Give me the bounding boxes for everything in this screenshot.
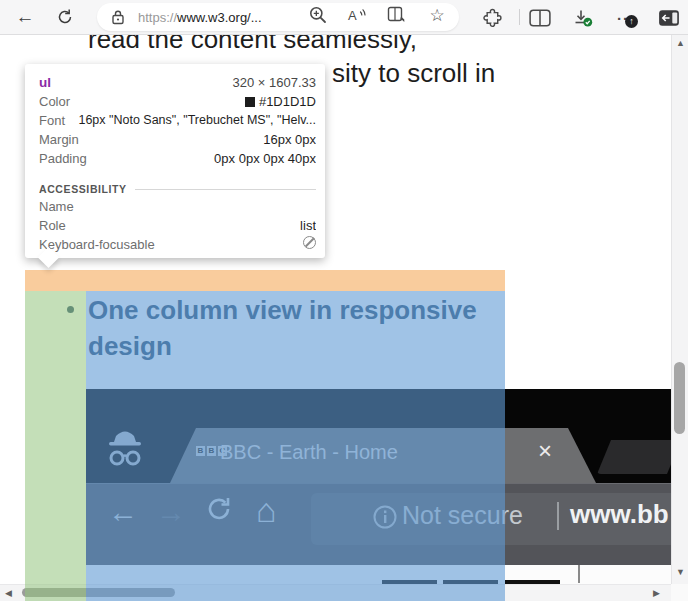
lock-icon [111,9,125,25]
mobile-home-icon: ⌂ [256,491,277,530]
browser-window: read the content seamlessly, sity to scr… [0,0,688,601]
font-label: Font [39,111,65,130]
incognito-icon [103,425,147,473]
not-secure-label: Not secure [402,501,523,530]
favorites-star-icon[interactable]: ☆ [427,5,447,25]
keyboard-focusable-label: Keyboard-focusable [39,235,155,254]
padding-label: Padding [39,149,87,168]
role-label: Role [39,216,66,235]
scroll-right-arrow[interactable]: ▶ [653,588,660,598]
toolbar-divider [519,9,520,25]
browser-toolbar: ← https://www.w3.org/... A [0,0,688,35]
color-value: #1D1D1D [78,92,316,111]
list-item-line-1: One column view in responsive [88,292,488,328]
vertical-scrollbar-thumb[interactable] [674,362,685,434]
keyboard-focusable-value [163,235,316,254]
vertical-scrollbar-track[interactable] [671,34,688,584]
url-text[interactable]: https://www.w3.org/... [138,10,262,25]
back-button[interactable]: ← [12,4,38,30]
split-screen-icon[interactable] [529,7,551,29]
accessibility-header: ACCESSIBILITY [39,183,127,195]
refresh-button[interactable] [56,8,74,26]
list-item-line-2: design [88,328,488,364]
zoom-in-icon[interactable] [308,5,328,25]
info-icon [372,504,398,530]
role-value: list [74,216,316,235]
margin-label: Margin [39,130,79,149]
sidebar-toggle-icon[interactable] [658,7,680,29]
bbc-mobile-screenshot-image: B B C BBC - Earth - Home × ← → ⌂ Not sec… [86,389,688,587]
scrollbar-corner [671,584,688,601]
mobile-back-icon: ← [108,495,138,529]
margin-value: 16px 0px [87,130,316,149]
tab-close-icon: × [538,437,552,465]
page-separator-line [578,565,580,583]
address-divider [557,502,559,530]
scroll-down-arrow[interactable]: ▼ [676,567,685,577]
more-menu-button[interactable]: ··· ↑ [615,7,637,29]
scroll-up-arrow[interactable]: ▲ [676,38,685,48]
tab-title: BBC - Earth - Home [220,441,398,464]
devtools-inspect-tooltip: ul 320 × 1607.33 Color #1D1D1D Font 16px… [25,64,325,258]
read-aloud-icon[interactable]: A [347,5,367,25]
paragraph-line-2: sity to scroll in [332,58,495,89]
color-swatch [245,97,255,107]
element-dimensions: 320 × 1607.33 [233,73,317,92]
padding-highlight-overlay [25,291,86,601]
mobile-url-text: www.bb [570,499,669,530]
mobile-refresh-icon [204,494,234,524]
mobile-forward-icon: → [156,495,186,529]
update-badge: ↑ [625,15,638,28]
scroll-left-arrow[interactable]: ◀ [5,588,12,598]
immersive-reader-icon[interactable] [387,5,407,25]
downloads-icon[interactable] [572,7,594,29]
list-bullet [67,306,74,313]
color-label: Color [39,92,70,111]
margin-highlight-overlay [25,270,505,291]
element-tag: ul [39,73,51,92]
inactive-tab [597,440,681,474]
not-focusable-icon [303,236,316,249]
name-label: Name [39,197,74,216]
extensions-puzzle-icon[interactable] [482,7,504,29]
svg-text:A: A [348,8,357,23]
font-value: 16px "Noto Sans", "Trebuchet MS", "Helv.… [73,111,316,130]
accessibility-divider [135,189,316,190]
horizontal-scrollbar-thumb[interactable] [22,588,175,597]
padding-value: 0px 0px 0px 40px [95,149,316,168]
list-item-text: One column view in responsive design [88,292,488,364]
